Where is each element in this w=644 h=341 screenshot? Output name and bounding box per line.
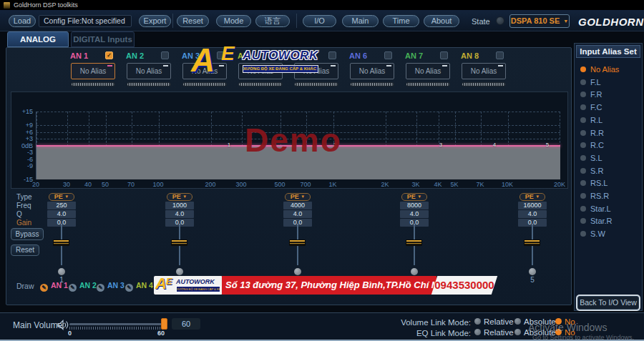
eq-link-relative-radio[interactable]: Relative (474, 328, 514, 337)
y-axis-tick: -3 (14, 149, 33, 156)
channel-strip: AN 2 No Alias (122, 49, 177, 89)
logo-letter-a: A (191, 41, 215, 79)
bypass-button[interactable]: Bypass (11, 228, 44, 240)
alias-option[interactable]: RS.L (580, 179, 608, 189)
band-type-value: PE (525, 193, 534, 200)
chevron-down-icon: ▼ (535, 194, 540, 199)
channel-alias-box[interactable]: No Alias (127, 63, 171, 79)
x-axis-tick: 2K (374, 181, 396, 188)
band-type-select[interactable]: PE ▼ (49, 193, 74, 201)
volume-link-relative-radio[interactable]: Relative (474, 317, 514, 326)
channel-alias-box[interactable]: No Alias (462, 63, 506, 79)
radio-dot-icon (580, 130, 586, 136)
band-gain-slider[interactable] (297, 224, 298, 265)
config-file-field[interactable]: Config File:Not specified (39, 15, 132, 27)
alias-option[interactable]: R.C (580, 141, 604, 151)
channel-checkbox[interactable] (384, 51, 392, 59)
alias-option[interactable]: RS.R (580, 192, 609, 202)
channel-checkbox[interactable] (161, 51, 169, 59)
io-button[interactable]: I/O (303, 15, 336, 27)
alias-option[interactable]: Star.L (580, 204, 611, 214)
channel-checkbox[interactable] (496, 51, 504, 59)
draw-toggle[interactable]: ✎AN 2 (69, 281, 97, 292)
band-gain-slider[interactable] (179, 224, 180, 265)
slider-handle[interactable] (406, 239, 422, 246)
load-button[interactable]: Load (9, 15, 36, 27)
band-type-select[interactable]: PE ▼ (285, 193, 311, 201)
band-freq-value[interactable]: 16000 (518, 202, 547, 209)
device-select[interactable]: DSPA 810 SE▼ (509, 14, 570, 28)
slider-handle[interactable] (289, 239, 306, 246)
alias-option-label: R.L (590, 116, 602, 124)
toolbar-divider (296, 14, 297, 28)
channel-checkbox[interactable] (440, 51, 448, 59)
radio-label: Relative (484, 317, 514, 326)
time-button[interactable]: Time (383, 15, 419, 27)
channel-level-meter (182, 82, 227, 87)
channel-label: AN 6 (349, 51, 367, 60)
eq-band-marker[interactable]: 1 (225, 142, 233, 148)
band-q-value[interactable]: 4.0 (283, 210, 312, 218)
channel-alias-box[interactable]: No Alias (71, 63, 115, 79)
slider-handle[interactable] (171, 239, 187, 246)
volume-value[interactable]: 60 (172, 318, 200, 330)
back-to-io-view-button[interactable]: Back To I/O View (577, 296, 639, 310)
eq-band-marker[interactable]: 4 (490, 142, 499, 148)
alias-option[interactable]: R.R (580, 129, 604, 139)
slider-handle[interactable] (53, 239, 69, 246)
band-freq-value[interactable]: 1000 (165, 202, 194, 209)
eq-graph[interactable]: +15 +9 +6 +3 0dB -3 -6 -9 -15 1 2 3 4 5 … (11, 92, 568, 189)
alias-option[interactable]: F.L (580, 78, 601, 88)
alias-option[interactable]: R.L (580, 116, 602, 126)
alias-option[interactable]: S.L (580, 154, 602, 164)
eq-band-column: PE ▼ 1000 4.0 0.0 2 (152, 191, 208, 284)
band-q-value[interactable]: 4.0 (518, 210, 547, 218)
mode-button[interactable]: Mode (216, 15, 251, 27)
alias-option[interactable]: F.C (580, 103, 602, 113)
channel-alias-box[interactable]: No Alias (350, 63, 394, 79)
band-q-value[interactable]: 4.0 (47, 210, 76, 218)
draw-label: Draw (16, 282, 34, 290)
band-type-select[interactable]: PE ▼ (167, 193, 192, 201)
channel-alias-box[interactable]: No Alias (406, 63, 450, 79)
band-freq-value[interactable]: 8000 (400, 202, 429, 209)
band-q-value[interactable]: 4.0 (165, 210, 194, 218)
slider-handle[interactable] (524, 239, 540, 246)
language-button[interactable]: 语言 (255, 15, 290, 27)
band-gain-slider[interactable] (414, 224, 415, 265)
alias-option[interactable]: S.W (580, 229, 605, 239)
eq-link-mode-label: EQ Link Mode: (384, 329, 471, 337)
export-button[interactable]: Export (139, 15, 171, 27)
draw-toggle[interactable]: ✎AN 3 (97, 281, 125, 292)
channel-level-meter (406, 82, 450, 87)
about-button[interactable]: About (424, 15, 459, 27)
tab-analog-inputs[interactable]: ANALOG Inputs (7, 31, 69, 47)
draw-toggle[interactable]: ✎AN 4 (125, 281, 153, 292)
band-freq-value[interactable]: 250 (47, 202, 76, 209)
band-q-value[interactable]: 4.0 (400, 210, 429, 218)
draw-toggle-label: AN 2 (79, 281, 97, 290)
band-type-select[interactable]: PE ▼ (401, 193, 427, 201)
eq-band-marker[interactable]: 5 (543, 142, 552, 148)
alias-option[interactable]: No Alias (580, 65, 619, 75)
volume-slider-handle[interactable] (161, 318, 167, 330)
eq-band-marker[interactable]: 3 (436, 142, 445, 148)
band-gain-slider[interactable] (61, 224, 62, 265)
alias-option[interactable]: F.R (580, 90, 602, 100)
band-freq-value[interactable]: 4000 (283, 202, 312, 209)
channel-checkbox[interactable] (328, 51, 336, 59)
state-label: State (472, 17, 490, 26)
alias-option[interactable]: S.R (580, 167, 603, 177)
channel-checkbox[interactable]: ✓ (105, 51, 113, 59)
reset-button[interactable]: Reset (177, 15, 209, 27)
main-volume-slider[interactable] (69, 323, 167, 325)
alias-option-label: S.W (590, 229, 605, 238)
band-type-select[interactable]: PE ▼ (519, 193, 545, 201)
draw-toggle[interactable]: ✎AN 1 (40, 281, 68, 292)
main-button[interactable]: Main (342, 15, 379, 27)
alias-option-label: S.L (590, 154, 602, 162)
band-gain-slider[interactable] (532, 224, 533, 265)
reset-eq-button[interactable]: Reset (11, 244, 39, 256)
alias-option[interactable]: Star.R (580, 217, 613, 227)
tab-digital-inputs[interactable]: DIGITAL Inputs (71, 31, 135, 47)
